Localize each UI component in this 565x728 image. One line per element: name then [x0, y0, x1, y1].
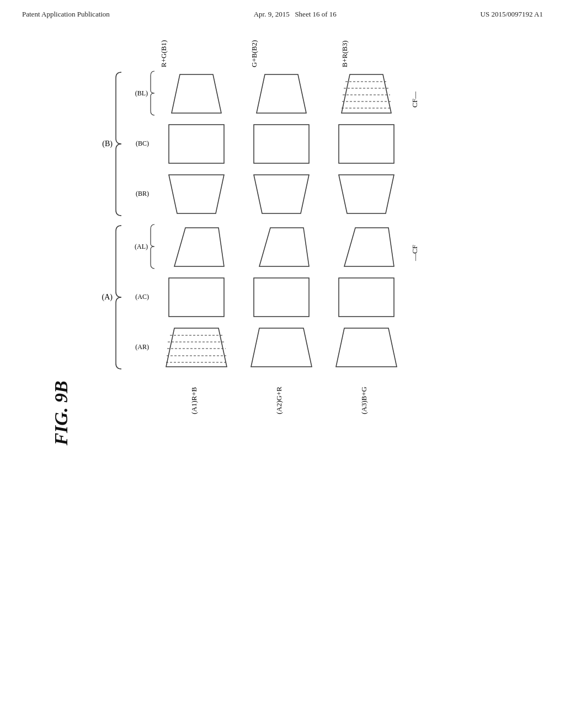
header-date-sheet: Apr. 9, 2015 Sheet 16 of 16	[254, 10, 337, 19]
bottom-label-2: (A2)G+R	[275, 377, 284, 414]
header-publication-type: Patent Application Publication	[22, 10, 110, 19]
shape-AR-1	[158, 325, 235, 370]
shape-BR-3	[328, 172, 405, 216]
svg-rect-18	[254, 278, 309, 317]
col-header-1: R+G(B1)	[159, 30, 168, 67]
svg-rect-8	[169, 125, 224, 163]
svg-rect-9	[254, 125, 309, 163]
svg-rect-19	[339, 278, 394, 317]
svg-marker-13	[339, 175, 394, 213]
svg-marker-20	[166, 328, 227, 367]
row-BL-label: (BL)	[135, 89, 148, 98]
group-B: (B) (BL)	[62, 70, 547, 218]
shape-BR-2	[243, 172, 320, 216]
shape-BL-2	[243, 72, 320, 116]
bottom-labels: (A1)R+B (A2)G+R (A3)B+G	[156, 377, 547, 414]
group-A: (A) (AL)	[62, 223, 547, 371]
main-diagram: R+G(B1) G+B(B2) B+R(B3) (B) (BL)	[62, 30, 547, 414]
shape-AC-2	[243, 275, 320, 319]
page-header: Patent Application Publication Apr. 9, 2…	[0, 0, 565, 24]
row-BL: (BL)	[122, 70, 433, 117]
svg-marker-0	[172, 74, 221, 113]
shape-AL-2	[243, 225, 320, 269]
row-AC: (AC)	[122, 274, 433, 320]
group-A-rows: (AL) —CF	[122, 223, 433, 371]
row-AC-label: (AC)	[135, 293, 149, 301]
col-header-2: G+B(B2)	[250, 30, 259, 67]
svg-marker-15	[259, 228, 309, 266]
group-B-label: (B)	[102, 140, 113, 148]
header-sheet: Sheet 16 of 16	[295, 10, 336, 18]
row-AR-label: (AR)	[135, 343, 149, 351]
shape-AC-1	[158, 275, 235, 319]
shape-BR-1	[158, 172, 235, 216]
shape-AC-3	[328, 275, 405, 319]
svg-marker-27	[336, 328, 397, 367]
bottom-label-1: (A1)R+B	[190, 377, 199, 414]
bottom-label-3: (A3)B+G	[360, 377, 369, 414]
cf-label-A: —CF	[411, 233, 419, 261]
shape-AL-3	[328, 225, 405, 269]
svg-marker-16	[344, 228, 394, 266]
shape-BC-1	[158, 122, 235, 166]
shape-BC-2	[243, 122, 320, 166]
row-AL-brace	[149, 223, 156, 270]
shape-AL-1	[158, 225, 235, 269]
row-BR: (BR)	[122, 170, 433, 217]
header-date: Apr. 9, 2015	[254, 10, 290, 18]
cf-label-B: CF—	[411, 80, 419, 108]
group-B-rows: (BL)	[122, 70, 433, 218]
row-AR: (AR)	[122, 324, 433, 371]
figure-label: FIG. 9B	[51, 381, 72, 445]
group-B-brace	[114, 70, 122, 218]
row-AL-label: (AL)	[135, 243, 148, 251]
group-A-brace	[114, 223, 122, 371]
shape-AR-2	[243, 325, 320, 370]
col-header-3: B+R(B3)	[340, 30, 349, 67]
shape-BL-3	[328, 72, 405, 116]
shape-BL-1	[158, 72, 235, 116]
row-BR-label: (BR)	[136, 190, 149, 198]
svg-marker-14	[174, 228, 224, 266]
header-patent-number: US 2015/0097192 A1	[481, 10, 543, 19]
svg-marker-26	[251, 328, 312, 367]
svg-marker-11	[169, 175, 224, 213]
shape-BC-3	[328, 122, 405, 166]
svg-marker-2	[342, 74, 391, 113]
shape-AR-3	[328, 325, 405, 370]
svg-rect-17	[169, 278, 224, 317]
group-A-label: (A)	[102, 293, 113, 302]
svg-marker-1	[257, 74, 306, 113]
svg-marker-12	[254, 175, 309, 213]
row-BL-brace	[149, 70, 156, 117]
row-AL: (AL) —CF	[122, 223, 433, 270]
row-BC: (BC)	[122, 120, 433, 167]
row-BC-label: (BC)	[136, 140, 149, 148]
svg-rect-10	[339, 125, 394, 163]
